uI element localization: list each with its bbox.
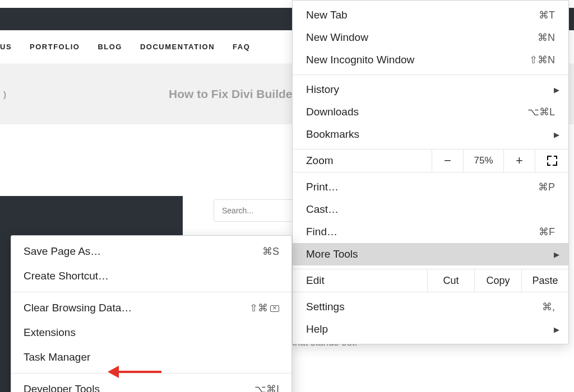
zoom-out-button[interactable]: −	[432, 150, 463, 172]
nav-item-us[interactable]: US	[0, 43, 12, 51]
shortcut: ⌘T	[539, 9, 555, 21]
submenu-extensions[interactable]: Extensions	[11, 320, 291, 345]
shortcut: ⌘S	[262, 245, 279, 258]
menu-bookmarks[interactable]: Bookmarks ▶	[293, 123, 568, 146]
menu-label: Save Page As…	[24, 245, 262, 258]
zoom-value: 75%	[463, 150, 503, 172]
submenu-developer-tools[interactable]: Developer Tools ⌥⌘I	[11, 377, 291, 392]
menu-label: Task Manager	[24, 351, 279, 363]
menu-label: History	[306, 83, 555, 96]
menu-new-tab[interactable]: New Tab ⌘T	[293, 4, 568, 26]
submenu-create-shortcut[interactable]: Create Shortcut…	[11, 264, 291, 288]
edit-copy-button[interactable]: Copy	[474, 269, 521, 292]
edit-cut-button[interactable]: Cut	[427, 269, 474, 292]
zoom-in-button[interactable]: +	[503, 150, 535, 172]
menu-new-incognito[interactable]: New Incognito Window ⇧⌘N	[293, 49, 568, 71]
submenu-clear-browsing-data[interactable]: Clear Browsing Data… ⇧⌘	[11, 296, 291, 320]
menu-label: Help	[306, 323, 555, 335]
shortcut: ⌥⌘I	[254, 383, 279, 392]
shortcut: ⌘F	[539, 226, 555, 238]
menu-label: Cast…	[306, 203, 555, 216]
nav-item-blog[interactable]: BLOG	[98, 43, 122, 51]
arrow-shaft	[118, 371, 161, 373]
shortcut: ⇧⌘	[249, 302, 279, 314]
menu-find[interactable]: Find… ⌘F	[293, 221, 568, 243]
menu-label: Create Shortcut…	[24, 270, 279, 282]
menu-edit-row: Edit Cut Copy Paste	[293, 269, 568, 292]
shortcut: ⌘N	[538, 31, 555, 44]
delete-icon	[270, 305, 279, 312]
hero-quote-sliver	[0, 235, 11, 347]
nav-item-documentation[interactable]: DOCUMENTATION	[140, 43, 215, 51]
menu-label: More Tools	[306, 248, 555, 260]
menu-label: Settings	[306, 301, 542, 313]
menu-cast[interactable]: Cast…	[293, 198, 568, 221]
menu-label: New Window	[306, 31, 538, 44]
menu-downloads[interactable]: Downloads ⌥⌘L	[293, 101, 568, 123]
fullscreen-button[interactable]	[535, 150, 568, 172]
chevron-right-icon: ▶	[554, 250, 559, 259]
menu-help[interactable]: Help ▶	[293, 318, 568, 340]
menu-zoom-label: Zoom	[293, 150, 432, 172]
shortcut: ⌥⌘L	[527, 106, 555, 118]
menu-label: New Tab	[306, 9, 539, 21]
menu-label: Developer Tools	[24, 383, 254, 392]
menu-print[interactable]: Print… ⌘P	[293, 176, 568, 198]
breadcrumb-fragment: )	[3, 90, 6, 99]
menu-label: New Incognito Window	[306, 54, 529, 66]
menu-label: Bookmarks	[306, 128, 555, 141]
menu-settings[interactable]: Settings ⌘,	[293, 296, 568, 318]
menu-zoom-row: Zoom − 75% +	[293, 150, 568, 172]
menu-label: Find…	[306, 226, 539, 238]
menu-new-window[interactable]: New Window ⌘N	[293, 26, 568, 49]
menu-more-tools[interactable]: More Tools ▶	[293, 243, 568, 265]
chrome-menu: New Tab ⌘T New Window ⌘N New Incognito W…	[292, 0, 569, 344]
nav-item-portfolio[interactable]: PORTFOLIO	[30, 43, 80, 51]
chevron-right-icon: ▶	[554, 86, 559, 94]
submenu-save-page[interactable]: Save Page As… ⌘S	[11, 239, 291, 264]
fullscreen-icon	[547, 156, 557, 166]
menu-label: Print…	[306, 181, 538, 193]
menu-edit-label: Edit	[293, 269, 427, 292]
annotation-arrow	[108, 366, 161, 378]
shortcut: ⇧⌘N	[529, 54, 555, 66]
shortcut: ⌘,	[542, 301, 555, 313]
edit-paste-button[interactable]: Paste	[521, 269, 568, 292]
menu-history[interactable]: History ▶	[293, 78, 568, 101]
menu-label: Extensions	[24, 326, 279, 339]
menu-label: Clear Browsing Data…	[24, 302, 249, 314]
arrow-head-icon	[108, 366, 119, 378]
chevron-right-icon: ▶	[554, 130, 559, 139]
menu-label: Downloads	[306, 106, 527, 118]
shortcut: ⌘P	[538, 181, 555, 193]
chevron-right-icon: ▶	[554, 325, 559, 334]
nav-item-faq[interactable]: FAQ	[233, 43, 250, 51]
